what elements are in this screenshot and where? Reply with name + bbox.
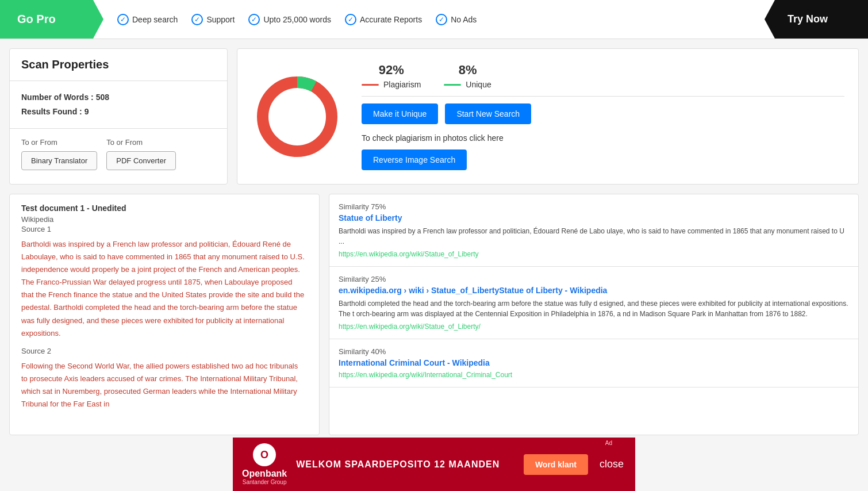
document-scroll[interactable]: Test document 1 - Unedited Wikipedia Sou… (10, 194, 319, 435)
scan-properties-panel: Scan Properties Number of Words : 508 Re… (9, 48, 228, 185)
ad-banner: O Openbank Santander Group WELKOM SPAARD… (233, 438, 635, 444)
source-snippet: Bartholdi was inspired by a French law p… (339, 226, 849, 247)
stats-section: 92% Plagiarism 8% Unique Make it Unique (362, 63, 844, 170)
source-card-2: Similarity 25% en.wikipedia.org › wiki ›… (329, 267, 858, 339)
go-pro-button[interactable]: Go Pro (0, 0, 103, 39)
document-title: Test document 1 - Unedited (21, 204, 305, 213)
results-panel: 92% Plagiarism 8% Unique Make it Unique (237, 48, 859, 185)
scan-stats: Number of Words : 508 Results Found : 9 (10, 81, 227, 129)
word-count-row: Number of Words : 508 (21, 90, 216, 105)
plagiarism-label-row: Plagiarism (362, 80, 421, 89)
document-highlighted-text1: Bartholdi was inspired by a French law p… (21, 238, 305, 340)
main-content: Scan Properties Number of Words : 508 Re… (0, 39, 868, 194)
converters: To or From Binary Translator To or From … (10, 129, 227, 179)
results-label: Results Found : (21, 107, 85, 116)
document-highlighted-text2: Following the Second World War, the alli… (21, 360, 305, 411)
word-count-label: Number of Words : (21, 93, 96, 102)
source-similarity: Similarity 25% (339, 275, 849, 283)
banner-features: ✓ Deep search ✓ Support ✓ Upto 25,000 wo… (103, 14, 765, 25)
plagiarism-line (362, 84, 379, 86)
feature-label: Deep search (132, 15, 178, 24)
new-search-button[interactable]: Start New Search (445, 103, 531, 124)
feature-label: No Ads (451, 15, 477, 24)
source-url[interactable]: https://en.wikipedia.org/wiki/Statue_of_… (339, 323, 849, 331)
results-value: 9 (85, 107, 89, 116)
feature-support: ✓ Support (191, 14, 235, 25)
source-url[interactable]: https://en.wikipedia.org/wiki/Statue_of_… (339, 250, 849, 258)
check-icon: ✓ (436, 14, 447, 25)
document-source2: Source 2 (21, 347, 305, 355)
source-similarity: Similarity 40% (339, 347, 849, 356)
try-now-button[interactable]: Try Now (765, 0, 868, 39)
sources-scroll[interactable]: Similarity 75% Statue of Liberty Barthol… (329, 194, 858, 435)
converter-group-1: To or From Binary Translator (21, 138, 97, 170)
feature-label: Upto 25,000 words (263, 15, 331, 24)
make-unique-button[interactable]: Make it Unique (362, 103, 438, 124)
top-banner: Go Pro ✓ Deep search ✓ Support ✓ Upto 25… (0, 0, 868, 39)
feature-label: Accurate Reports (360, 15, 422, 24)
converter-group-2: To or From PDF Converter (106, 138, 176, 170)
source-url[interactable]: https://en.wikipedia.org/wiki/Internatio… (339, 371, 849, 379)
source-card-1: Similarity 75% Statue of Liberty Barthol… (329, 194, 858, 267)
converter1-label: To or From (21, 138, 97, 147)
source-similarity: Similarity 75% (339, 202, 849, 211)
try-now-label: Try Now (788, 13, 828, 25)
stats-row: 92% Plagiarism 8% Unique (362, 63, 844, 89)
divider (362, 96, 844, 97)
feature-words: ✓ Upto 25,000 words (248, 14, 331, 25)
plagiarism-percent: 92% (362, 63, 421, 78)
word-count-value: 508 (96, 93, 109, 102)
source-title[interactable]: International Criminal Court - Wikipedia (339, 358, 849, 367)
scan-properties-title: Scan Properties (21, 58, 216, 71)
ad-logo-circle: O (253, 443, 276, 444)
source-title[interactable]: en.wikipedia.org › wiki › Statue_of_Libe… (339, 286, 849, 295)
document-panel: Test document 1 - Unedited Wikipedia Sou… (9, 194, 320, 435)
unique-line (444, 84, 461, 86)
svg-point-0 (263, 82, 332, 151)
source-snippet: Bartholdi completed the head and the tor… (339, 298, 849, 319)
unique-percent: 8% (444, 63, 491, 78)
plagiarism-stat: 92% Plagiarism (362, 63, 421, 89)
unique-label-row: Unique (444, 80, 491, 89)
unique-label: Unique (466, 80, 491, 89)
go-pro-label: Go Pro (17, 13, 56, 26)
pdf-converter-button[interactable]: PDF Converter (106, 151, 176, 170)
photo-check-text: To check plagiarism in photos click here (362, 133, 844, 143)
feature-label: Support (206, 15, 235, 24)
unique-stat: 8% Unique (444, 63, 491, 89)
check-icon: ✓ (191, 14, 203, 25)
donut-chart (251, 71, 343, 163)
plagiarism-label: Plagiarism (383, 80, 421, 89)
check-icon: ✓ (248, 14, 260, 25)
check-icon: ✓ (117, 14, 129, 25)
feature-reports: ✓ Accurate Reports (345, 14, 422, 25)
results-row: Results Found : 9 (21, 105, 216, 119)
feature-no-ads: ✓ No Ads (436, 14, 477, 25)
converter2-label: To or From (106, 138, 176, 147)
action-buttons: Make it Unique Start New Search (362, 103, 844, 124)
source-card-3: Similarity 40% International Criminal Co… (329, 339, 858, 388)
ad-logo: O Openbank Santander Group (242, 443, 287, 444)
source-title[interactable]: Statue of Liberty (339, 213, 849, 223)
document-source1: Source 1 (21, 225, 305, 233)
bottom-section: Test document 1 - Unedited Wikipedia Sou… (0, 194, 868, 444)
check-icon: ✓ (345, 14, 356, 25)
feature-deep-search: ✓ Deep search (117, 14, 178, 25)
ad-badge: Ad (605, 440, 612, 444)
sources-panel: Similarity 75% Statue of Liberty Barthol… (329, 194, 859, 435)
scan-properties-header: Scan Properties (10, 49, 227, 81)
reverse-image-button[interactable]: Reverse Image Search (362, 149, 467, 170)
binary-translator-button[interactable]: Binary Translator (21, 151, 97, 170)
document-source: Wikipedia (21, 215, 305, 224)
